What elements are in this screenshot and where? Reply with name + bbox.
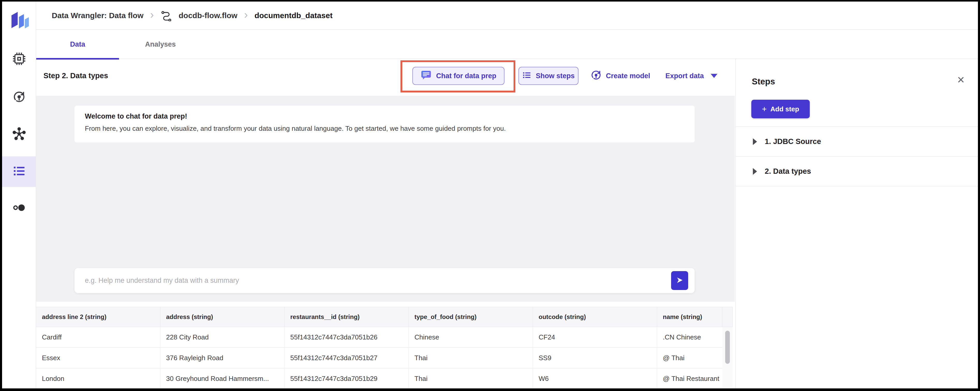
table-cell: 376 Rayleigh Road bbox=[161, 348, 285, 368]
cluster-nodes-icon[interactable] bbox=[12, 127, 26, 141]
breadcrumb-separator: › bbox=[150, 9, 154, 22]
pipeline-run-icon[interactable] bbox=[12, 89, 26, 104]
add-step-button[interactable]: + Add step bbox=[751, 100, 810, 118]
chevron-down-icon bbox=[711, 74, 718, 78]
step-title: Step 2. Data types bbox=[43, 72, 108, 80]
table-cell: Thai bbox=[409, 369, 533, 389]
screenshot-frame bbox=[0, 0, 2, 391]
tab-data[interactable]: Data bbox=[36, 30, 119, 59]
steps-panel-title: Steps bbox=[752, 77, 775, 86]
table-row[interactable]: London30 Greyhound Road Hammersm...55f14… bbox=[36, 369, 733, 389]
breadcrumb-separator: › bbox=[244, 9, 248, 22]
chevron-right-icon bbox=[753, 138, 757, 145]
export-data-label: Export data bbox=[665, 72, 704, 80]
table-cell: W6 bbox=[533, 369, 657, 389]
chat-for-data-prep-button[interactable]: Chat for data prep bbox=[412, 67, 504, 85]
chat-input-card bbox=[75, 268, 695, 293]
app-sidebar bbox=[2, 2, 36, 388]
screenshot-frame bbox=[0, 0, 980, 2]
step-item-label: 2. Data types bbox=[765, 167, 811, 176]
send-button[interactable] bbox=[671, 271, 688, 290]
column-header: address line 2 (string) bbox=[36, 307, 161, 327]
breadcrumb-flow-file[interactable]: docdb-flow.flow bbox=[179, 11, 237, 20]
experiments-icon[interactable] bbox=[12, 200, 26, 215]
plus-icon: + bbox=[762, 104, 767, 114]
flow-file-icon bbox=[161, 10, 172, 21]
table-cell: London bbox=[36, 369, 161, 389]
data-list-icon[interactable] bbox=[12, 164, 26, 178]
table-cell: Cardiff bbox=[36, 327, 161, 347]
table-scrollbar-thumb[interactable] bbox=[725, 331, 730, 364]
table-cell: 228 City Road bbox=[161, 327, 285, 347]
table-cell: @ Thai bbox=[657, 348, 733, 368]
compute-chip-icon[interactable] bbox=[12, 51, 26, 66]
column-header: name (string) bbox=[657, 307, 722, 327]
table-cell: 55f14312c7447c3da7051b26 bbox=[285, 327, 409, 347]
add-step-label: Add step bbox=[770, 105, 799, 113]
table-header-row: address line 2 (string)address (string)r… bbox=[36, 307, 733, 327]
column-header: address (string) bbox=[161, 307, 285, 327]
steps-panel: Steps × + Add step 1. JDBC Source2. Data… bbox=[735, 59, 978, 388]
table-cell: .CN Chinese bbox=[657, 327, 733, 347]
tab-analyses[interactable]: Analyses bbox=[119, 30, 202, 59]
chat-panel: Welcome to chat for data prep! From here… bbox=[36, 96, 735, 302]
show-steps-button[interactable]: Show steps bbox=[519, 67, 579, 85]
step-item[interactable]: 2. Data types bbox=[736, 156, 978, 187]
header-spacer bbox=[722, 307, 733, 327]
create-model-button[interactable]: Create model bbox=[590, 67, 650, 85]
table-cell: Thai bbox=[409, 348, 533, 368]
create-model-label: Create model bbox=[606, 72, 650, 80]
screenshot-frame bbox=[0, 388, 980, 391]
show-steps-label: Show steps bbox=[536, 72, 574, 80]
steps-list-icon bbox=[522, 71, 531, 81]
chat-welcome-card: Welcome to chat for data prep! From here… bbox=[75, 105, 695, 142]
table-cell: @ Thai Restaurant bbox=[657, 369, 733, 389]
top-bar: Data Wrangler: Data flow › docdb-flow.fl… bbox=[36, 2, 978, 30]
table-row[interactable]: Cardiff228 City Road55f14312c7447c3da705… bbox=[36, 327, 733, 348]
table-cell: 55f14312c7447c3da7051b27 bbox=[285, 348, 409, 368]
table-cell: Chinese bbox=[409, 327, 533, 347]
tab-strip: Data Analyses bbox=[36, 30, 978, 59]
breadcrumb: Data Wrangler: Data flow › docdb-flow.fl… bbox=[52, 9, 332, 22]
breadcrumb-data-flow[interactable]: Data Wrangler: Data flow bbox=[52, 11, 143, 20]
column-header: restaurants__id (string) bbox=[285, 307, 409, 327]
table-cell: SS9 bbox=[533, 348, 657, 368]
send-icon bbox=[676, 276, 684, 285]
data-wrangler-app: Data Wrangler: Data flow › docdb-flow.fl… bbox=[0, 0, 980, 391]
column-header: type_of_food (string) bbox=[409, 307, 533, 327]
step-item-label: 1. JDBC Source bbox=[765, 137, 821, 146]
table-cell: 55f14312c7447c3da7051b29 bbox=[285, 369, 409, 389]
create-model-icon bbox=[590, 69, 602, 83]
breadcrumb-current-dataset: documentdb_dataset bbox=[255, 11, 333, 20]
table-cell: 30 Greyhound Road Hammersm... bbox=[161, 369, 285, 389]
welcome-body: From here, you can explore, visualize, a… bbox=[85, 124, 684, 132]
screenshot-frame bbox=[978, 0, 980, 391]
main-content: Step 2. Data types Chat for data prep bbox=[36, 59, 735, 388]
sagemaker-logo[interactable] bbox=[11, 10, 30, 32]
dataset-preview-table: address line 2 (string)address (string)r… bbox=[36, 307, 733, 388]
column-header: outcode (string) bbox=[533, 307, 657, 327]
chat-bubble-icon bbox=[421, 70, 431, 82]
chat-button-label: Chat for data prep bbox=[436, 72, 496, 80]
table-row[interactable]: Essex376 Rayleigh Road55f14312c7447c3da7… bbox=[36, 348, 733, 369]
table-scrollbar-track[interactable] bbox=[722, 327, 733, 388]
table-cell: CF24 bbox=[533, 327, 657, 347]
close-icon[interactable]: × bbox=[957, 73, 964, 86]
chevron-right-icon bbox=[753, 168, 757, 175]
step-item[interactable]: 1. JDBC Source bbox=[736, 127, 978, 156]
steps-list: 1. JDBC Source2. Data types bbox=[736, 126, 978, 187]
table-body: Cardiff228 City Road55f14312c7447c3da705… bbox=[36, 327, 733, 389]
welcome-title: Welcome to chat for data prep! bbox=[85, 112, 684, 120]
export-data-button[interactable]: Export data bbox=[665, 67, 718, 85]
chat-input[interactable] bbox=[75, 268, 671, 293]
table-cell: Essex bbox=[36, 348, 161, 368]
